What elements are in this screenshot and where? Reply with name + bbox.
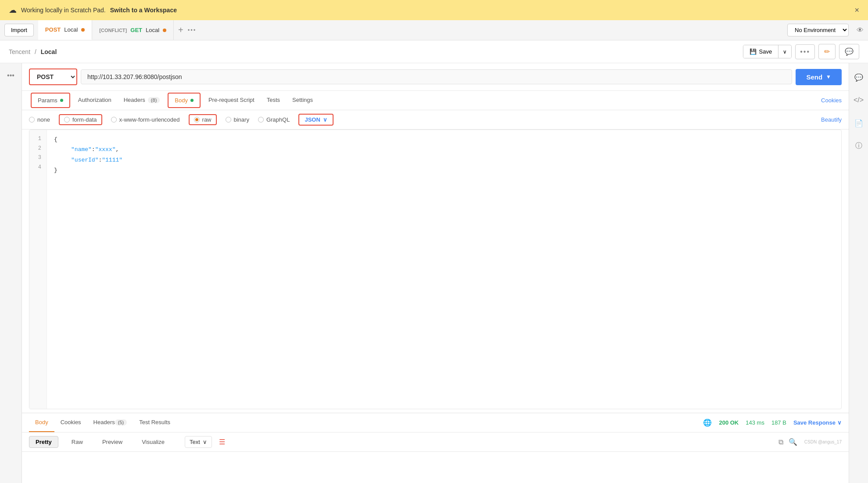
pretty-button[interactable]: Pretty — [29, 436, 58, 448]
tab-pre-request[interactable]: Pre-request Script — [202, 91, 261, 110]
radio-urlencoded[interactable]: x-www-form-urlencoded — [111, 116, 180, 123]
tab-conflict-get[interactable]: [CONFLICT] GET Local — [92, 20, 174, 40]
status-code: 200 OK — [719, 419, 739, 426]
radio-graphql[interactable]: GraphQL — [258, 116, 290, 123]
breadcrumb-separator: / — [35, 48, 36, 55]
tab1-method: POST — [45, 26, 61, 33]
breadcrumb-row: Tencent / Local 💾 Save ∨ ••• ✏ 💬 — [0, 40, 868, 63]
save-dropdown-button[interactable]: ∨ — [778, 46, 791, 58]
raw-button[interactable]: Raw — [65, 436, 89, 447]
params-dot — [60, 99, 63, 102]
radio-form-data[interactable]: form-data — [59, 114, 102, 125]
cookies-link[interactable]: Cookies — [821, 97, 842, 104]
tab-post-local[interactable]: POST Local — [38, 20, 92, 40]
tab-actions: + ••• — [178, 25, 196, 35]
import-button[interactable]: Import — [4, 24, 34, 36]
response-time: 143 ms — [746, 419, 764, 426]
tabs-row: Import POST Local [CONFLICT] GET Local +… — [0, 20, 868, 40]
text-dropdown-arrow: ∨ — [203, 439, 207, 445]
cloud-icon: ☁ — [9, 5, 17, 15]
save-button[interactable]: 💾 Save — [743, 45, 779, 58]
response-size: 187 B — [771, 419, 786, 426]
send-label: Send — [806, 73, 822, 81]
tab-params[interactable]: Params — [31, 93, 70, 108]
more-options-button[interactable]: ••• — [795, 44, 815, 59]
text-type-dropdown[interactable]: Text ∨ — [185, 436, 212, 448]
radio-binary[interactable]: binary — [226, 116, 249, 123]
content-area: POST Send ▼ Params Authorization Headers… — [22, 63, 849, 483]
method-select[interactable]: POST — [29, 68, 77, 85]
format-icon[interactable]: ☰ — [219, 438, 225, 446]
banner-text: Working locally in Scratch Pad. — [21, 7, 106, 14]
body-dot — [190, 99, 194, 102]
beautify-link[interactable]: Beautify — [821, 116, 842, 123]
url-bar: POST Send ▼ — [22, 63, 849, 91]
pretty-row: Pretty Raw Preview Visualize Text ∨ ☰ ⧉ … — [22, 433, 849, 452]
chat-icon[interactable]: 💬 — [852, 70, 866, 84]
tab2-conflict: [CONFLICT] — [99, 28, 127, 33]
main-layout: ••• POST Send ▼ Params Authorization — [0, 63, 868, 483]
radio-url-circle — [111, 117, 117, 123]
search-icon[interactable]: 🔍 — [789, 438, 797, 446]
banner-link[interactable]: Switch to a Workspace — [110, 7, 177, 14]
resp-tab-headers[interactable]: Headers (5) — [87, 413, 133, 432]
radio-raw-label: raw — [202, 116, 212, 123]
copy-icon[interactable]: ⧉ — [778, 438, 783, 446]
headers-badge: (8) — [148, 97, 160, 103]
json-type-dropdown[interactable]: JSON ∨ — [298, 114, 333, 126]
url-input[interactable] — [81, 69, 792, 84]
tab-headers[interactable]: Headers (8) — [118, 91, 166, 110]
save-label: Save — [759, 48, 772, 55]
banner-content: ☁ Working locally in Scratch Pad. Switch… — [9, 5, 177, 15]
radio-url-label: x-www-form-urlencoded — [119, 116, 180, 123]
json-type-label: JSON — [305, 116, 320, 123]
environment-dropdown[interactable]: No Environment — [787, 24, 849, 36]
comment-button[interactable]: 💬 — [839, 44, 859, 59]
tab-settings[interactable]: Settings — [286, 91, 319, 110]
response-status: 🌐 200 OK 143 ms 187 B Save Response ∨ — [703, 418, 842, 427]
response-tabs-row: Body Cookies Headers (5) Test Results 🌐 … — [22, 413, 849, 433]
watermark: CSDN @angus_17 — [804, 440, 842, 444]
tab2-dot — [163, 29, 166, 32]
edit-button[interactable]: ✏ — [818, 44, 836, 59]
authorization-label: Authorization — [78, 97, 111, 103]
more-tabs-button[interactable]: ••• — [188, 27, 197, 33]
line-num-4: 4 — [35, 163, 41, 173]
send-button[interactable]: Send ▼ — [796, 69, 842, 85]
document-icon[interactable]: 📄 — [852, 116, 866, 130]
line-numbers: 1 2 3 4 — [29, 130, 47, 409]
radio-none-circle — [29, 117, 35, 123]
radio-form-circle — [64, 117, 70, 123]
line-num-2: 2 — [35, 144, 41, 154]
send-dropdown-arrow: ▼ — [826, 74, 831, 80]
body-label: Body — [175, 97, 188, 104]
eye-icon[interactable]: 👁 — [857, 26, 864, 34]
visualize-button[interactable]: Visualize — [136, 436, 171, 447]
tab-authorization[interactable]: Authorization — [72, 91, 118, 110]
resp-tab-body[interactable]: Body — [29, 413, 54, 432]
breadcrumb-parent[interactable]: Tencent — [9, 48, 30, 55]
preview-button[interactable]: Preview — [96, 436, 129, 447]
globe-icon: 🌐 — [703, 418, 712, 427]
sidebar-more-button[interactable]: ••• — [3, 68, 19, 83]
line-num-1: 1 — [35, 134, 41, 144]
tests-label: Tests — [267, 97, 280, 103]
json-dropdown-arrow: ∨ — [323, 116, 327, 123]
params-label: Params — [38, 97, 57, 104]
save-response-arrow: ∨ — [837, 419, 842, 426]
radio-raw[interactable]: raw — [189, 114, 217, 125]
save-response-button[interactable]: Save Response ∨ — [793, 419, 842, 426]
tab-tests[interactable]: Tests — [261, 91, 286, 110]
info-icon[interactable]: ⓘ — [852, 139, 866, 153]
code-icon[interactable]: </> — [852, 93, 866, 107]
radio-none[interactable]: none — [29, 116, 50, 123]
banner-close-button[interactable]: × — [854, 6, 859, 15]
tab-body[interactable]: Body — [168, 93, 201, 108]
add-tab-button[interactable]: + — [178, 25, 183, 35]
resp-tab-cookies[interactable]: Cookies — [54, 413, 87, 432]
code-content[interactable]: { "name":"xxxx", "userId":"1111" } — [47, 130, 841, 409]
breadcrumb-current: Local — [41, 48, 57, 55]
code-editor[interactable]: 1 2 3 4 { "name":"xxxx", "userId":"1111"… — [29, 130, 842, 409]
text-type-label: Text — [190, 439, 200, 445]
resp-tab-test-results[interactable]: Test Results — [133, 413, 176, 432]
